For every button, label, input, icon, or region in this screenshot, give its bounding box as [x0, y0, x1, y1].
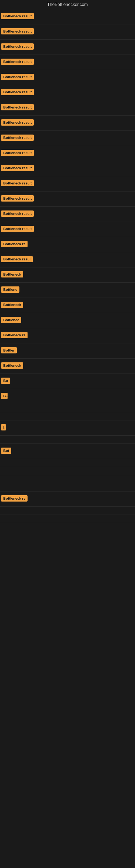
result-row: Bottleneck result — [0, 40, 135, 55]
result-row: Bottleneck — [0, 268, 135, 283]
bottleneck-badge[interactable]: Bot — [1, 447, 11, 454]
result-row: | — [0, 421, 135, 436]
result-row: Bottleneck result — [0, 176, 135, 191]
bottleneck-badge[interactable]: B — [1, 393, 8, 399]
result-row — [0, 467, 135, 475]
bottleneck-badge[interactable]: Bottleneck result — [1, 211, 34, 217]
bottleneck-badge[interactable]: Bottleneck — [1, 362, 23, 369]
title-text: TheBottlenecker.com — [47, 2, 88, 7]
bottleneck-badge[interactable]: Bottleneck result — [1, 180, 34, 186]
result-row: Bottleneck — [0, 298, 135, 313]
result-row: Bot — [0, 444, 135, 459]
bottleneck-badge[interactable]: Bottleneck result — [1, 150, 34, 156]
result-row — [0, 507, 135, 515]
bottleneck-badge[interactable]: Bottleneck re — [1, 241, 28, 247]
result-row: Bottleneck re — [0, 328, 135, 343]
result-row — [0, 475, 135, 484]
result-row: Bottleneck re — [0, 237, 135, 252]
bottleneck-badge[interactable]: Bottleneck result — [1, 28, 34, 34]
result-row: Bottleneck result — [0, 207, 135, 222]
result-row: Bottleneck result — [0, 116, 135, 131]
result-row — [0, 515, 135, 523]
result-row: Bottleneck result — [0, 161, 135, 176]
bottleneck-badge[interactable]: Bottleneck re — [1, 332, 28, 338]
result-row: Bottleneck result — [0, 100, 135, 116]
bottleneck-badge[interactable]: Bottleneck result — [1, 59, 34, 65]
result-row: Bottleneck result — [0, 146, 135, 161]
bottleneck-badge[interactable]: Bottleneck result — [1, 195, 34, 202]
bottleneck-badge[interactable]: Bottleneck re — [1, 495, 28, 501]
result-row: Bottleneck re — [0, 492, 135, 507]
result-row: Bottleneck result — [0, 9, 135, 24]
bottleneck-badge[interactable]: Bottler — [1, 347, 17, 353]
bottleneck-badge[interactable]: Bottlene — [1, 286, 19, 293]
bottleneck-badge[interactable]: Bottleneck result — [1, 165, 34, 171]
bottleneck-badge[interactable]: Bottleneck resul — [1, 256, 33, 262]
result-row: Bottleneck result — [0, 70, 135, 85]
result-row: Bottleneck — [0, 359, 135, 374]
bottleneck-badge[interactable]: Bo — [1, 378, 10, 384]
bottleneck-badge[interactable]: | — [1, 424, 6, 431]
bottleneck-badge[interactable]: Bottleneck result — [1, 104, 34, 111]
result-row: Bottleneck result — [0, 85, 135, 100]
result-row: Bottleneck result — [0, 24, 135, 40]
bottleneck-badge[interactable]: Bottleneck result — [1, 134, 34, 141]
bottleneck-badge[interactable]: Bottleneck result — [1, 119, 34, 126]
bottleneck-badge[interactable]: Bottleneck — [1, 271, 23, 278]
site-title: TheBottlenecker.com — [0, 0, 135, 9]
result-row — [0, 436, 135, 444]
result-row: Bottleneck result — [0, 191, 135, 207]
result-row — [0, 412, 135, 421]
bottleneck-badge[interactable]: Bottlenec — [1, 317, 21, 323]
result-row — [0, 484, 135, 492]
bottleneck-badge[interactable]: Bottleneck result — [1, 74, 34, 80]
bottleneck-badge[interactable]: Bottleneck result — [1, 43, 34, 50]
result-row — [0, 459, 135, 467]
result-row — [0, 404, 135, 412]
result-row — [0, 523, 135, 531]
bottleneck-badge[interactable]: Bottleneck result — [1, 13, 34, 19]
result-row: Bottlene — [0, 283, 135, 298]
bottleneck-badge[interactable]: Bottleneck result — [1, 89, 34, 95]
bottleneck-badge[interactable]: Bottleneck result — [1, 226, 34, 232]
result-row: Bottler — [0, 343, 135, 359]
result-row: B — [0, 389, 135, 404]
result-row: Bottleneck result — [0, 131, 135, 146]
result-row: Bottlenec — [0, 313, 135, 328]
result-row: Bottleneck result — [0, 222, 135, 237]
bottleneck-badge[interactable]: Bottleneck — [1, 302, 23, 308]
result-row: Bottleneck resul — [0, 252, 135, 268]
result-row: Bottleneck result — [0, 55, 135, 70]
result-row: Bo — [0, 374, 135, 389]
